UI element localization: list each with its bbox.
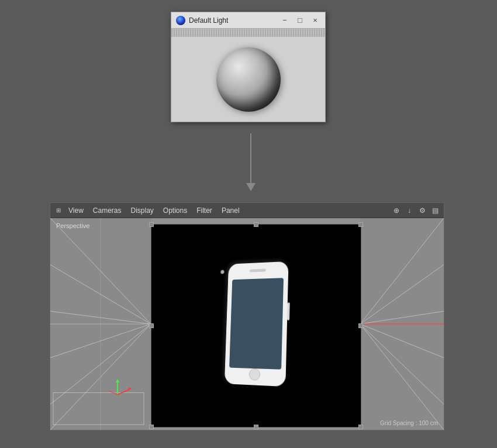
grid-spacing-label: Grid Spacing : 100 cm [380, 420, 438, 426]
close-button[interactable]: × [310, 15, 320, 26]
handle-bottom-right[interactable] [358, 425, 363, 429]
svg-line-13 [109, 391, 118, 395]
arrow-down [246, 133, 256, 191]
phone-home-button [249, 368, 261, 381]
phone-screen [229, 278, 284, 370]
window-content [171, 37, 325, 122]
panel-icon[interactable]: ▤ [430, 205, 440, 216]
maximize-button[interactable]: □ [295, 15, 305, 26]
phone-camera [220, 270, 224, 274]
menu-cameras[interactable]: Cameras [89, 205, 126, 216]
svg-line-17 [360, 324, 444, 358]
handle-left-mid[interactable] [149, 323, 154, 328]
handle-bottom-mid[interactable] [254, 425, 258, 429]
settings-icon[interactable]: ⚙ [417, 205, 427, 216]
phone-3d-model [225, 261, 289, 387]
window-title: Default Light [189, 16, 228, 25]
viewport-container: ⊞ View Cameras Display Options Filter Pa… [50, 202, 444, 430]
right-grid-svg [360, 218, 444, 430]
menu-panel[interactable]: Panel [218, 205, 244, 216]
handle-right-mid[interactable] [358, 323, 363, 328]
left-gray-area [50, 218, 151, 430]
svg-line-11 [118, 389, 130, 395]
light-sphere [216, 47, 281, 112]
svg-line-14 [360, 218, 444, 324]
handle-top-right[interactable] [358, 222, 363, 227]
arrow-head [246, 183, 256, 191]
minimize-button[interactable]: − [279, 15, 290, 26]
titlebar-controls: − □ × [279, 15, 320, 26]
viewport-menu-left: ⊞ View Cameras Display Options Filter Pa… [54, 205, 244, 216]
render-area [151, 224, 361, 428]
menu-display[interactable]: Display [126, 205, 157, 216]
window-icon [176, 16, 185, 25]
viewport-menubar: ⊞ View Cameras Display Options Filter Pa… [50, 203, 444, 218]
svg-line-18 [360, 324, 444, 404]
phone-body [225, 261, 289, 387]
down-arrow-icon[interactable]: ↓ [404, 205, 415, 216]
viewport-body: Perspective Grid Spacing : 100 cm [50, 218, 444, 430]
left-grid-svg [50, 218, 151, 430]
handle-top-left[interactable] [149, 222, 154, 227]
perspective-label: Perspective [56, 222, 89, 229]
svg-marker-10 [116, 379, 119, 382]
axes-indicator [106, 374, 135, 399]
arrow-shaft [250, 133, 251, 183]
handle-top-mid[interactable] [254, 222, 258, 227]
light-window: Default Light − □ × [171, 12, 326, 122]
svg-line-19 [360, 324, 444, 430]
svg-line-15 [360, 265, 444, 324]
grid-icon: ⊞ [54, 206, 63, 215]
phone-side-button [287, 302, 290, 321]
axes-svg [106, 374, 135, 398]
window-toolbar [171, 29, 325, 37]
svg-line-16 [360, 311, 444, 324]
viewport-menu-right: ⊕ ↓ ⚙ ▤ [391, 205, 440, 216]
menu-options[interactable]: Options [159, 205, 191, 216]
right-gray-area [360, 218, 444, 430]
titlebar-left: Default Light [176, 16, 228, 25]
menu-view[interactable]: View [64, 205, 88, 216]
move-icon[interactable]: ⊕ [391, 205, 402, 216]
handle-bottom-left[interactable] [149, 425, 154, 429]
window-titlebar: Default Light − □ × [171, 12, 325, 29]
menu-filter[interactable]: Filter [192, 205, 216, 216]
phone-speaker [250, 268, 266, 272]
